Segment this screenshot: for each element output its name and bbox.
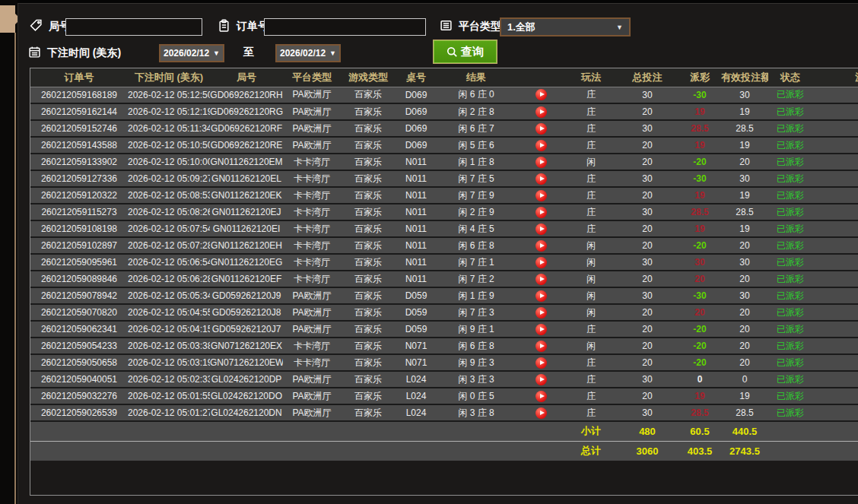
replay-play-icon[interactable]: [535, 140, 547, 151]
cell-result: 闲 7 庄 3: [437, 304, 516, 321]
sidebar-collapse-tab[interactable]: [0, 5, 15, 33]
clipboard-icon: [218, 19, 230, 34]
cell-game-type: 百家乐: [341, 388, 396, 404]
cell-status: 已派彩: [768, 371, 812, 388]
cell-valid-bet: 19: [721, 388, 768, 404]
cell-play-type: 庄: [566, 404, 616, 421]
cell-payout: 30: [678, 254, 721, 271]
cell-game-type: 百家乐: [341, 371, 396, 388]
filter-row-1: 局号 订单号 平台类型: [18, 16, 858, 37]
replay-play-icon[interactable]: [535, 307, 547, 319]
total-payout: 403.5: [678, 441, 721, 461]
cell-table-no: N011: [396, 220, 437, 237]
cell-table-no: L024: [396, 404, 437, 421]
table-row: 260212059102897 2026-02-12 05:07:28 GN01…: [30, 237, 858, 254]
replay-play-icon[interactable]: [535, 240, 547, 252]
replay-play-icon[interactable]: [535, 89, 547, 100]
cell-payout: 19: [678, 137, 721, 154]
cell-total-bet: 20: [616, 271, 678, 287]
cell-bet-time: 2026-02-12 05:01:27: [128, 404, 210, 421]
cell-valid-bet: 19: [721, 137, 768, 154]
replay-play-icon[interactable]: [535, 324, 547, 335]
cell-play-type: 庄: [566, 137, 616, 154]
chevron-down-icon: ▼: [616, 24, 623, 31]
cell-payout: -20: [678, 338, 721, 354]
col-valid-bet: 有效投注额: [721, 68, 768, 87]
cell-table-no: N011: [396, 187, 437, 204]
replay-play-icon[interactable]: [535, 407, 547, 419]
platform-label-group: 平台类型: [440, 19, 501, 34]
cell-status: 已派彩: [768, 304, 812, 321]
cell-payout: 20: [678, 271, 721, 287]
platform-select-value: 1.全部: [507, 21, 535, 34]
replay-play-icon[interactable]: [535, 341, 547, 352]
replay-play-icon[interactable]: [535, 257, 547, 268]
cell-status: 已派彩: [768, 220, 812, 237]
replay-play-icon[interactable]: [535, 157, 547, 168]
cell-table-no: D069: [396, 103, 437, 120]
replay-play-icon[interactable]: [535, 123, 547, 135]
cell-bet-time: 2026-02-12 05:08:53: [128, 187, 210, 204]
order-input[interactable]: [264, 18, 426, 36]
cell-round: GD059262120J7: [210, 321, 283, 338]
filter-row-2: 下注时间 (美东) 2026/02/12 ▼ 至 2026/02/12 ▼ 查询: [18, 39, 858, 65]
replay-play-icon[interactable]: [535, 290, 547, 302]
round-input[interactable]: [65, 18, 202, 36]
cell-payout-time: [812, 321, 858, 338]
records-table-container[interactable]: 订单号 下注时间 (美东) 局号 平台类型 游戏类型 桌号 结果 玩法 总投注 …: [30, 68, 858, 496]
replay-play-icon[interactable]: [535, 173, 547, 185]
replay-play-icon[interactable]: [535, 374, 547, 385]
total-valid: 2743.5: [721, 441, 768, 461]
cell-payout: 0: [678, 371, 721, 388]
cell-round: GN011262120EM: [210, 154, 283, 170]
table-row: 260212059115273 2026-02-12 05:08:26 GN01…: [30, 204, 858, 220]
replay-play-icon[interactable]: [535, 391, 547, 402]
replay-play-icon[interactable]: [535, 106, 547, 118]
table-row: 260212059050658 2026-02-12 05:03:19 GN07…: [30, 354, 858, 371]
cell-payout: 20: [678, 304, 721, 321]
records-table: 订单号 下注时间 (美东) 局号 平台类型 游戏类型 桌号 结果 玩法 总投注 …: [30, 68, 858, 461]
cell-round: GD069262120RG: [210, 103, 283, 120]
replay-play-icon[interactable]: [535, 207, 547, 218]
replay-play-icon[interactable]: [535, 190, 547, 201]
cell-valid-bet: 20: [721, 321, 768, 338]
cell-valid-bet: 30: [721, 87, 768, 103]
cell-result: 闲 6 庄 7: [437, 120, 516, 137]
cell-order: 260212059040051: [30, 371, 128, 388]
query-button[interactable]: 查询: [433, 40, 497, 64]
platform-select[interactable]: 1.全部 ▼: [500, 17, 631, 36]
cell-payout-time: [812, 237, 858, 254]
cell-play-type: 闲: [566, 154, 616, 170]
side-divider: [14, 33, 16, 504]
date-to-select[interactable]: 2026/02/12 ▼: [275, 44, 341, 62]
cell-valid-bet: 28.5: [721, 120, 768, 137]
col-total-bet: 总投注: [616, 68, 678, 87]
cell-platform: PA欧洲厅: [283, 404, 341, 421]
cell-replay: [516, 371, 566, 388]
replay-play-icon[interactable]: [535, 357, 547, 369]
cell-play-type: 庄: [566, 120, 616, 137]
cell-platform: 卡卡湾厅: [283, 187, 341, 204]
subtotal-label: 小计: [566, 421, 616, 441]
cell-valid-bet: 28.5: [721, 404, 768, 421]
cell-platform: 卡卡湾厅: [283, 354, 341, 371]
cell-status: 已派彩: [768, 338, 812, 354]
replay-play-icon[interactable]: [535, 223, 547, 235]
cell-bet-time: 2026-02-12 05:08:26: [128, 204, 210, 220]
col-status: 状态: [768, 68, 812, 87]
date-from-select[interactable]: 2026/02/12 ▼: [159, 44, 224, 62]
cell-total-bet: 30: [616, 120, 678, 137]
cell-platform: 卡卡湾厅: [283, 254, 341, 271]
cell-bet-time: 2026-02-12 05:03:19: [128, 354, 210, 371]
cell-total-bet: 20: [616, 338, 678, 354]
cell-game-type: 百家乐: [341, 103, 396, 120]
cell-round: GD059262120J8: [210, 304, 283, 321]
cell-bet-time: 2026-02-12 05:03:38: [128, 338, 210, 354]
table-row: 260212059168189 2026-02-12 05:12:50 GD06…: [30, 87, 858, 103]
cell-result: 闲 2 庄 8: [437, 103, 516, 120]
cell-result: 闲 9 庄 1: [437, 321, 516, 338]
table-row: 260212059152746 2026-02-12 05:11:34 GD06…: [30, 120, 858, 137]
replay-play-icon[interactable]: [535, 274, 547, 285]
cell-payout-time: [812, 271, 858, 287]
cell-payout-time: [812, 103, 858, 120]
